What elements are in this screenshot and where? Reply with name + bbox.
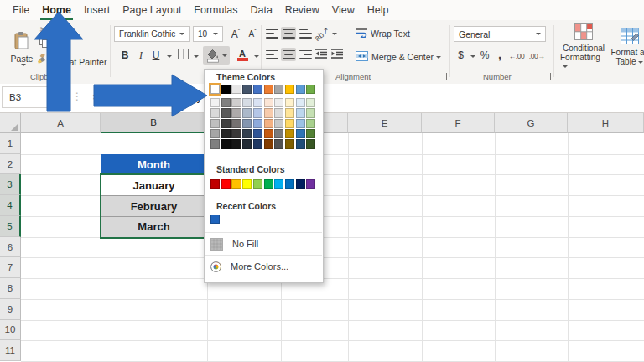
theme-color-swatch[interactable] xyxy=(274,85,283,94)
standard-color-swatch[interactable] xyxy=(285,179,294,189)
tab-home[interactable]: Home xyxy=(42,4,71,16)
font-size-combobox[interactable]: 10 xyxy=(193,26,223,42)
decrease-font-size-button[interactable]: Aˇ xyxy=(245,26,260,42)
fill-color-chevron-icon[interactable] xyxy=(222,54,227,57)
formula-bar-content[interactable]: January xyxy=(166,91,202,103)
increase-indent-button[interactable] xyxy=(330,48,344,61)
align-middle-button[interactable] xyxy=(281,27,296,40)
tab-page-layout[interactable]: Page Layout xyxy=(122,4,181,16)
tab-help[interactable]: Help xyxy=(367,4,389,16)
cell-B4[interactable]: February xyxy=(101,195,207,217)
theme-color-swatch[interactable] xyxy=(264,85,273,94)
tab-file[interactable]: File xyxy=(13,4,29,16)
theme-variant-swatch[interactable] xyxy=(285,98,294,107)
tab-formulas[interactable]: Formulas xyxy=(194,4,237,16)
standard-color-swatch[interactable] xyxy=(253,179,262,189)
row-header-6[interactable]: 6 xyxy=(0,237,21,258)
theme-variant-swatch[interactable] xyxy=(274,98,283,107)
theme-variant-swatch[interactable] xyxy=(296,108,305,117)
column-header-f[interactable]: F xyxy=(422,113,495,133)
theme-variant-swatch[interactable] xyxy=(221,98,231,107)
recent-color-swatch[interactable] xyxy=(210,215,220,224)
theme-variant-swatch[interactable] xyxy=(296,129,305,138)
theme-variant-swatch[interactable] xyxy=(242,108,252,117)
theme-variant-swatch[interactable] xyxy=(285,108,294,117)
tab-insert[interactable]: Insert xyxy=(84,4,110,16)
row-header-11[interactable]: 11 xyxy=(0,340,21,361)
theme-variant-swatch[interactable] xyxy=(306,119,315,128)
theme-variant-swatch[interactable] xyxy=(253,98,262,107)
theme-variant-swatch[interactable] xyxy=(253,108,262,117)
format-painter-label[interactable]: Format Painter xyxy=(49,57,106,67)
align-top-button[interactable] xyxy=(264,27,279,40)
number-format-combobox[interactable]: General xyxy=(454,26,546,42)
theme-variant-swatch[interactable] xyxy=(242,119,252,128)
orientation-chevron-icon[interactable] xyxy=(332,33,337,35)
italic-button[interactable]: I xyxy=(136,48,146,63)
theme-variant-swatch[interactable] xyxy=(221,139,231,148)
cell-B3[interactable]: January xyxy=(101,174,207,196)
theme-variant-swatch[interactable] xyxy=(264,98,273,107)
theme-variant-swatch[interactable] xyxy=(210,139,220,148)
row-header-7[interactable]: 7 xyxy=(0,257,21,278)
decrease-decimal-button[interactable]: .00→ xyxy=(528,49,545,62)
theme-variant-swatch[interactable] xyxy=(274,108,283,117)
theme-variant-swatch[interactable] xyxy=(274,119,283,128)
percent-style-button[interactable]: % xyxy=(478,48,491,63)
orientation-button[interactable]: ab↗ xyxy=(315,27,329,40)
standard-color-swatch[interactable] xyxy=(221,179,231,189)
alignment-dialog-launcher-icon[interactable] xyxy=(439,73,447,80)
theme-variant-swatch[interactable] xyxy=(242,139,252,148)
row-header-2[interactable]: 2 xyxy=(0,154,21,175)
standard-color-swatch[interactable] xyxy=(210,179,220,189)
theme-variant-swatch[interactable] xyxy=(221,119,231,128)
theme-variant-swatch[interactable] xyxy=(296,98,305,107)
standard-color-swatch[interactable] xyxy=(296,179,305,189)
conditional-formatting-button[interactable]: Conditional Formatting xyxy=(560,23,607,71)
column-header-g[interactable]: G xyxy=(495,113,568,133)
theme-variant-swatch[interactable] xyxy=(285,129,294,138)
row-header-1[interactable]: 1 xyxy=(0,133,21,154)
theme-variant-swatch[interactable] xyxy=(264,108,273,117)
theme-variant-swatch[interactable] xyxy=(253,129,262,138)
underline-split-chevron-icon[interactable] xyxy=(167,55,172,58)
format-painter-button[interactable] xyxy=(35,54,48,66)
column-header-e[interactable]: E xyxy=(348,113,422,133)
theme-variant-swatch[interactable] xyxy=(221,108,231,117)
font-color-button[interactable]: A xyxy=(235,48,250,63)
decrease-indent-button[interactable] xyxy=(314,48,328,61)
fill-color-button[interactable] xyxy=(203,46,230,65)
theme-variant-swatch[interactable] xyxy=(231,98,241,107)
wrap-text-button[interactable]: Wrap Text xyxy=(356,27,410,40)
bold-button[interactable]: B xyxy=(119,48,131,63)
theme-variant-swatch[interactable] xyxy=(221,129,231,138)
theme-variant-swatch[interactable] xyxy=(253,119,262,128)
tab-data[interactable]: Data xyxy=(250,4,272,16)
select-all-button[interactable] xyxy=(0,113,21,133)
cell-B2[interactable]: Month xyxy=(101,154,207,176)
number-dialog-launcher-icon[interactable] xyxy=(543,73,551,80)
align-center-button[interactable] xyxy=(281,48,296,61)
theme-variant-swatch[interactable] xyxy=(296,139,305,148)
tab-view[interactable]: View xyxy=(332,4,355,16)
theme-variant-swatch[interactable] xyxy=(242,129,252,138)
cancel-icon[interactable]: × xyxy=(92,90,99,103)
name-box[interactable]: B3 xyxy=(2,86,69,108)
theme-variant-swatch[interactable] xyxy=(231,108,241,117)
theme-variant-swatch[interactable] xyxy=(231,139,241,148)
theme-variant-swatch[interactable] xyxy=(210,98,220,107)
standard-color-swatch[interactable] xyxy=(274,179,283,189)
theme-variant-swatch[interactable] xyxy=(296,119,305,128)
paste-button[interactable]: Paste xyxy=(7,24,37,73)
tab-review[interactable]: Review xyxy=(285,4,319,16)
theme-variant-swatch[interactable] xyxy=(306,108,315,117)
standard-color-swatch[interactable] xyxy=(231,179,241,189)
theme-variant-swatch[interactable] xyxy=(242,98,252,107)
font-color-chevron-icon[interactable] xyxy=(254,55,259,58)
theme-variant-swatch[interactable] xyxy=(264,139,273,148)
theme-variant-swatch[interactable] xyxy=(285,119,294,128)
cut-button[interactable]: ✂ xyxy=(37,23,50,35)
theme-variant-swatch[interactable] xyxy=(231,129,241,138)
theme-variant-swatch[interactable] xyxy=(274,139,283,148)
theme-variant-swatch[interactable] xyxy=(274,129,283,138)
